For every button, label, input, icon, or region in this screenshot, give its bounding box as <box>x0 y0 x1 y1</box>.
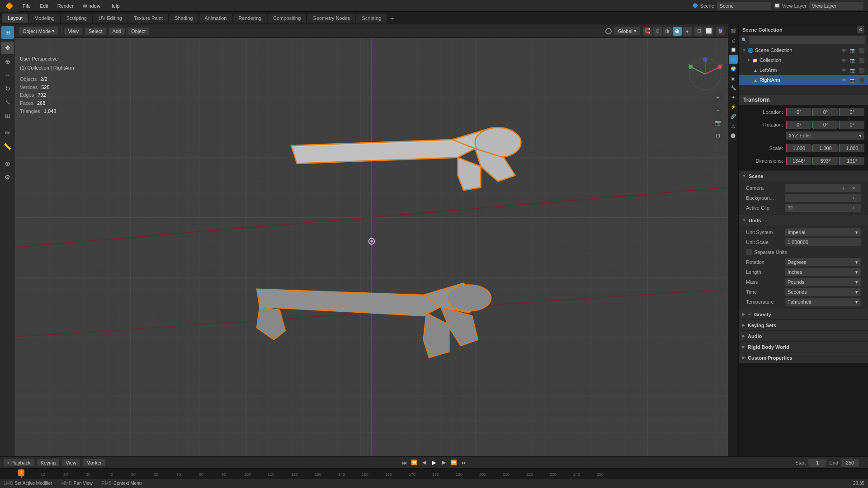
tool-add[interactable]: ⊕ <box>1 157 14 170</box>
play-btn[interactable]: ▶ <box>430 459 438 467</box>
outliner-item-rightarm[interactable]: ▲ RightArm 👁 📷 ⬛ <box>739 75 868 85</box>
menu-edit[interactable]: Edit <box>35 0 53 11</box>
outliner-item-leftarm[interactable]: ▲ LeftArm 👁 📷 ⬛ <box>739 65 868 75</box>
tab-animation[interactable]: Animation <box>199 14 232 23</box>
marker-menu[interactable]: Marker <box>83 459 105 466</box>
outliner-search-input[interactable] <box>749 36 865 44</box>
tool-rotate[interactable]: ↻ <box>1 82 14 95</box>
scale-y[interactable]: 1.000 <box>812 144 838 152</box>
tab-sculpting[interactable]: Sculpting <box>61 14 92 23</box>
add-menu[interactable]: Add <box>109 28 125 35</box>
prop-icon-object-data[interactable]: △ <box>729 121 738 130</box>
gizmo-btn[interactable]: 🔮 <box>716 27 724 35</box>
view-menu[interactable]: View <box>64 28 82 35</box>
zoom-out-btn[interactable]: − <box>712 105 723 116</box>
jump-back-btn[interactable]: ⏪ <box>410 459 418 467</box>
camera-view-btn[interactable]: 📷 <box>712 117 723 128</box>
outliner-item-collection[interactable]: ▼ 📁 Collection 👁 📷 ⬛ <box>739 55 868 65</box>
prop-icon-render[interactable]: 🎬 <box>729 26 738 35</box>
current-frame-marker[interactable]: 1 <box>18 469 24 476</box>
tab-texture-paint[interactable]: Texture Paint <box>128 14 168 23</box>
keying-sets-section-header[interactable]: ▶ Keying Sets <box>739 319 868 330</box>
units-section-header[interactable]: ▼ Units <box>739 215 868 225</box>
start-frame[interactable]: 1 <box>808 459 826 467</box>
gravity-section-header[interactable]: ▶ ✓ Gravity <box>739 309 868 319</box>
jump-to-end-btn[interactable]: ⏭ <box>460 459 468 467</box>
tool-scale[interactable]: ⤡ <box>1 96 14 108</box>
prop-icon-modifier[interactable]: 🔧 <box>729 83 738 92</box>
zoom-in-btn[interactable]: + <box>712 92 723 103</box>
jump-to-start-btn[interactable]: ⏮ <box>400 459 408 467</box>
scene-dropdown[interactable]: Scene <box>717 2 771 10</box>
background-add-btn[interactable]: + <box>849 194 858 202</box>
location-y[interactable]: 0° <box>812 108 838 116</box>
scene-section-header[interactable]: ▼ Scene <box>739 170 868 181</box>
unit-system-dropdown[interactable]: Imperial ▾ <box>785 228 861 236</box>
transform-orientation-dropdown[interactable]: Global ▾ <box>614 27 640 35</box>
time-dropdown[interactable]: Seconds ▾ <box>785 288 861 296</box>
separate-units-checkbox[interactable] <box>746 249 752 255</box>
rotation-z[interactable]: 0° <box>839 121 864 129</box>
prop-icon-particles[interactable]: ✦ <box>729 93 738 102</box>
outliner-filter[interactable]: ⚙ <box>857 26 864 33</box>
dimensions-z[interactable]: 131° <box>839 157 864 165</box>
camera-remove-btn[interactable]: ✕ <box>849 184 858 192</box>
end-frame[interactable]: 250 <box>841 459 859 467</box>
proportional-edit[interactable]: ⊙ <box>653 27 662 36</box>
location-z[interactable]: 0° <box>839 108 864 116</box>
rotation-x[interactable]: 0° <box>786 121 811 129</box>
rotation-mode-dropdown[interactable]: XYZ Euler ▾ <box>786 131 864 140</box>
rotation-y[interactable]: 0° <box>812 121 838 129</box>
prop-icon-view-layer[interactable]: 🔲 <box>729 45 738 54</box>
scale-x[interactable]: 1.000 <box>786 144 811 152</box>
viewport-shading-material[interactable]: ◕ <box>673 27 682 36</box>
unit-scale-value[interactable]: 1.000000 <box>785 238 861 246</box>
camera-dropdown[interactable]: + ✕ <box>785 184 861 192</box>
prop-icon-constraints[interactable]: 🔗 <box>729 112 738 121</box>
background-dropdown[interactable]: + <box>785 194 861 202</box>
tab-compositing[interactable]: Compositing <box>268 14 306 23</box>
dimensions-x[interactable]: 1346° <box>786 157 811 165</box>
active-clip-add-btn[interactable]: + <box>849 204 858 212</box>
menu-file[interactable]: File <box>18 0 35 11</box>
rigid-body-world-section-header[interactable]: ▶ Rigid Body World <box>739 341 868 352</box>
playback-menu[interactable]: ▾ Playback <box>4 459 34 466</box>
object-mode-dropdown[interactable]: Object Mode ▾ <box>19 27 58 35</box>
viewport-shading-rendered[interactable]: ● <box>683 27 692 36</box>
tab-rendering[interactable]: Rendering <box>233 14 267 23</box>
outliner-item-scene-collection[interactable]: ▼ 🌐 Scene Collection 👁 📷 ⬛ <box>739 45 868 55</box>
tab-geometry-nodes[interactable]: Geometry Nodes <box>307 14 355 23</box>
view-layer-dropdown[interactable]: View Layer <box>809 2 863 10</box>
keying-menu[interactable]: Keying <box>37 459 60 466</box>
prop-icon-scene[interactable]: 🌐 <box>729 55 738 64</box>
tab-modeling[interactable]: Modeling <box>29 14 60 23</box>
temperature-dropdown[interactable]: Fahrenheit ▾ <box>785 298 861 306</box>
prop-icon-world[interactable]: 🌍 <box>729 64 738 73</box>
tool-move[interactable]: ↔ <box>1 69 14 81</box>
step-back-btn[interactable]: ◀ <box>420 459 428 467</box>
select-menu[interactable]: Select <box>85 28 106 35</box>
prop-icon-object[interactable]: ▣ <box>729 74 738 83</box>
rotation-unit-dropdown[interactable]: Degrees ▾ <box>785 258 861 266</box>
viewport-canvas[interactable]: User Perspective (1) Collection | RightA… <box>15 38 728 456</box>
camera-add-btn[interactable]: + <box>839 184 848 192</box>
prop-icon-material[interactable]: ⬤ <box>729 131 738 140</box>
tab-shading[interactable]: Shading <box>169 14 198 23</box>
prop-icon-output[interactable]: 🖨 <box>729 36 738 45</box>
menu-window[interactable]: Window <box>78 0 105 11</box>
object-menu[interactable]: Object <box>127 28 149 35</box>
tool-select[interactable]: ✥ <box>1 42 14 54</box>
timeline-ruler[interactable]: 1 1 10 20 30 40 50 60 70 80 90 100 11 <box>0 469 868 478</box>
tool-measure[interactable]: 📏 <box>1 140 14 153</box>
tab-scripting[interactable]: Scripting <box>356 14 387 23</box>
add-workspace-button[interactable]: + <box>387 14 396 23</box>
active-clip-dropdown[interactable]: 🎬 + <box>785 204 861 212</box>
scale-z[interactable]: 1.000 <box>839 144 864 152</box>
mode-selector-icon[interactable]: ⊞ <box>1 26 14 39</box>
menu-render[interactable]: Render <box>53 0 78 11</box>
frame-all-btn[interactable]: ⊡ <box>712 130 723 141</box>
mass-dropdown[interactable]: Pounds ▾ <box>785 278 861 286</box>
custom-properties-section-header[interactable]: ▶ Custom Properties <box>739 352 868 363</box>
audio-section-header[interactable]: ▶ Audio <box>739 330 868 341</box>
snap-toggle[interactable]: 🧲 <box>643 27 652 36</box>
